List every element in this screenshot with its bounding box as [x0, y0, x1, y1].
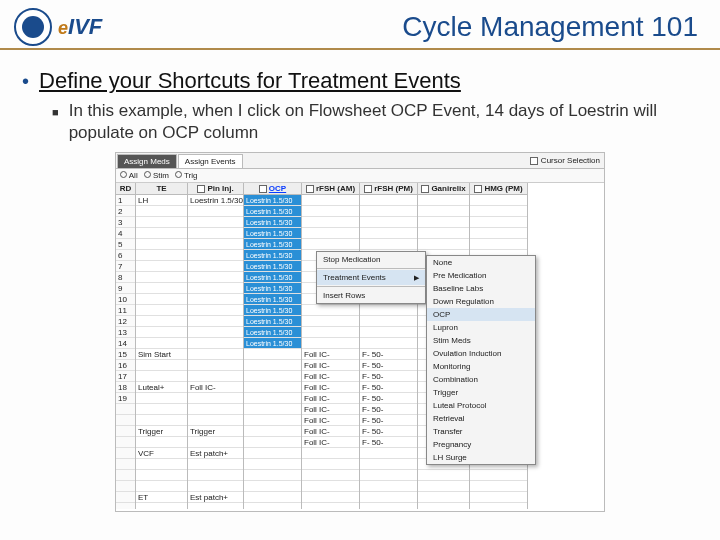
table-cell[interactable] [188, 404, 243, 415]
table-cell[interactable]: F- 50- [360, 426, 417, 437]
table-cell[interactable] [136, 415, 187, 426]
table-cell[interactable] [302, 316, 359, 327]
table-cell[interactable]: 19 [116, 393, 135, 404]
table-cell[interactable] [188, 503, 243, 512]
table-cell[interactable] [302, 228, 359, 239]
table-cell[interactable] [116, 404, 135, 415]
table-cell[interactable] [418, 470, 469, 481]
table-cell[interactable] [302, 470, 359, 481]
table-cell[interactable] [116, 437, 135, 448]
table-cell[interactable]: 12 [116, 316, 135, 327]
submenu-item[interactable]: OCP [427, 308, 535, 321]
cursor-selection-checkbox[interactable] [530, 157, 538, 165]
table-cell[interactable]: 13 [116, 327, 135, 338]
table-cell[interactable] [136, 316, 187, 327]
table-cell[interactable] [418, 492, 469, 503]
table-cell[interactable] [136, 228, 187, 239]
table-cell[interactable] [136, 217, 187, 228]
ocp-cell[interactable]: Loestrin 1.5/30 [244, 272, 301, 283]
table-cell[interactable]: Foll IC- [302, 437, 359, 448]
table-cell[interactable] [136, 261, 187, 272]
table-cell[interactable]: 18 [116, 382, 135, 393]
table-cell[interactable] [188, 206, 243, 217]
ocp-cell[interactable]: Loestrin 1.5/30 [244, 283, 301, 294]
table-cell[interactable] [136, 371, 187, 382]
table-cell[interactable] [418, 239, 469, 250]
table-cell[interactable]: F- 50- [360, 382, 417, 393]
table-cell[interactable]: Foll IC- [302, 393, 359, 404]
submenu-item[interactable]: Trigger [427, 386, 535, 399]
table-cell[interactable] [188, 272, 243, 283]
table-cell[interactable] [302, 195, 359, 206]
table-cell[interactable]: 3 [116, 217, 135, 228]
table-cell[interactable]: Est patch+ [188, 492, 243, 503]
submenu-item[interactable]: Luteal Protocol [427, 399, 535, 412]
radio-stim[interactable]: Stim [144, 171, 169, 180]
ocp-cell[interactable] [244, 393, 301, 404]
table-cell[interactable]: Trigger [188, 426, 243, 437]
ocp-cell[interactable] [244, 492, 301, 503]
ocp-cell[interactable]: Loestrin 1.5/30 [244, 239, 301, 250]
table-cell[interactable] [360, 316, 417, 327]
table-cell[interactable] [302, 503, 359, 512]
table-cell[interactable] [360, 217, 417, 228]
table-cell[interactable] [188, 470, 243, 481]
table-cell[interactable] [470, 228, 527, 239]
table-cell[interactable] [188, 228, 243, 239]
table-cell[interactable] [470, 470, 527, 481]
table-cell[interactable] [302, 448, 359, 459]
table-cell[interactable] [302, 459, 359, 470]
table-cell[interactable] [188, 327, 243, 338]
table-cell[interactable] [418, 228, 469, 239]
table-cell[interactable] [302, 481, 359, 492]
table-cell[interactable] [360, 448, 417, 459]
table-cell[interactable] [136, 239, 187, 250]
tab-assign-events[interactable]: Assign Events [178, 154, 243, 168]
table-cell[interactable] [188, 294, 243, 305]
table-cell[interactable]: Foll IC- [302, 404, 359, 415]
table-cell[interactable]: Foll IC- [302, 415, 359, 426]
submenu-item[interactable]: LH Surge [427, 451, 535, 464]
table-cell[interactable] [188, 459, 243, 470]
table-cell[interactable] [360, 459, 417, 470]
table-cell[interactable]: F- 50- [360, 360, 417, 371]
table-cell[interactable]: Foll IC- [302, 371, 359, 382]
table-cell[interactable] [188, 261, 243, 272]
table-cell[interactable] [188, 283, 243, 294]
table-cell[interactable]: F- 50- [360, 415, 417, 426]
table-cell[interactable] [302, 327, 359, 338]
table-cell[interactable]: Trigger [136, 426, 187, 437]
ocp-cell[interactable]: Loestrin 1.5/30 [244, 195, 301, 206]
col-fsh-pm-header[interactable]: rFSH (PM) [360, 183, 417, 195]
table-cell[interactable] [136, 393, 187, 404]
table-cell[interactable] [136, 360, 187, 371]
table-cell[interactable]: F- 50- [360, 404, 417, 415]
table-cell[interactable] [136, 305, 187, 316]
submenu-item[interactable]: Pre Medication [427, 269, 535, 282]
table-cell[interactable] [302, 239, 359, 250]
table-cell[interactable]: 5 [116, 239, 135, 250]
table-cell[interactable]: Luteal+ [136, 382, 187, 393]
table-cell[interactable]: 2 [116, 206, 135, 217]
table-cell[interactable] [188, 481, 243, 492]
submenu-item[interactable]: Down Regulation [427, 295, 535, 308]
table-cell[interactable] [418, 503, 469, 512]
table-cell[interactable] [188, 437, 243, 448]
table-cell[interactable]: 1 [116, 195, 135, 206]
radio-all[interactable]: All [120, 171, 138, 180]
table-cell[interactable] [360, 492, 417, 503]
ocp-cell[interactable] [244, 415, 301, 426]
ocp-cell[interactable]: Loestrin 1.5/30 [244, 316, 301, 327]
table-cell[interactable] [360, 206, 417, 217]
table-cell[interactable]: Est patch+ [188, 448, 243, 459]
table-cell[interactable]: F- 50- [360, 349, 417, 360]
table-cell[interactable]: 9 [116, 283, 135, 294]
col-fsh-am-header[interactable]: rFSH (AM) [302, 183, 359, 195]
ocp-cell[interactable] [244, 503, 301, 512]
ocp-cell[interactable] [244, 481, 301, 492]
table-cell[interactable]: ET [136, 492, 187, 503]
table-cell[interactable] [470, 195, 527, 206]
submenu-item[interactable]: Retrieval [427, 412, 535, 425]
table-cell[interactable] [188, 393, 243, 404]
table-cell[interactable] [188, 349, 243, 360]
